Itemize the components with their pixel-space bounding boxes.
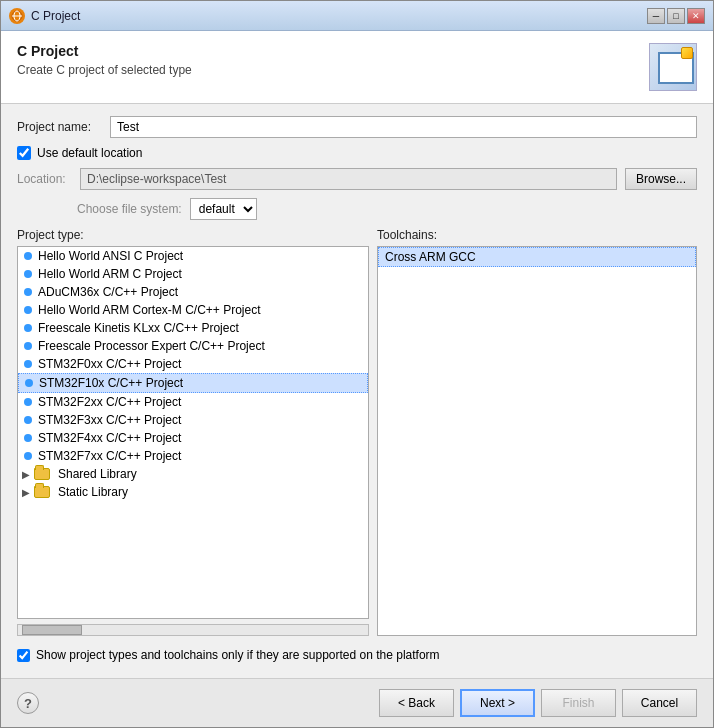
list-item[interactable]: STM32F3xx C/C++ Project	[18, 411, 368, 429]
item-dot	[24, 342, 32, 350]
list-item[interactable]: Freescale Kinetis KLxx C/C++ Project	[18, 319, 368, 337]
filesystem-row: Choose file system: default	[17, 198, 697, 220]
list-item[interactable]: Hello World ARM Cortex-M C/C++ Project	[18, 301, 368, 319]
list-item[interactable]: Hello World ANSI C Project	[18, 247, 368, 265]
lists-section: Project type: Hello World ANSI C Project…	[17, 228, 697, 636]
titlebar-title: C Project	[31, 9, 80, 23]
finish-button[interactable]: Finish	[541, 689, 616, 717]
next-button[interactable]: Next >	[460, 689, 535, 717]
list-item[interactable]: STM32F7xx C/C++ Project	[18, 447, 368, 465]
titlebar-left: C Project	[9, 8, 80, 24]
bottom-left: ?	[17, 692, 39, 714]
help-button[interactable]: ?	[17, 692, 39, 714]
item-label: Hello World ARM C Project	[38, 267, 182, 281]
project-name-label: Project name:	[17, 120, 102, 134]
item-label: STM32F2xx C/C++ Project	[38, 395, 181, 409]
item-dot	[24, 324, 32, 332]
item-dot	[24, 270, 32, 278]
browse-button[interactable]: Browse...	[625, 168, 697, 190]
header-text: C Project Create C project of selected t…	[17, 43, 192, 77]
item-label: STM32F10x C/C++ Project	[39, 376, 183, 390]
item-dot	[24, 434, 32, 442]
item-label: Freescale Kinetis KLxx C/C++ Project	[38, 321, 239, 335]
item-dot	[25, 379, 33, 387]
item-dot	[24, 252, 32, 260]
dialog-title: C Project	[17, 43, 192, 59]
item-label: Static Library	[58, 485, 128, 499]
item-label: STM32F7xx C/C++ Project	[38, 449, 181, 463]
project-name-input[interactable]	[110, 116, 697, 138]
folder-icon	[34, 468, 50, 480]
default-location-checkbox[interactable]	[17, 146, 31, 160]
maximize-button[interactable]: □	[667, 8, 685, 24]
project-name-row: Project name:	[17, 116, 697, 138]
location-label: Location:	[17, 172, 72, 186]
item-dot	[24, 288, 32, 296]
tree-item-static-library[interactable]: ▶ Static Library	[18, 483, 368, 501]
list-item-selected[interactable]: STM32F10x C/C++ Project	[18, 373, 368, 393]
default-location-row: Use default location	[17, 146, 697, 160]
item-label: Freescale Processor Expert C/C++ Project	[38, 339, 265, 353]
item-dot	[24, 360, 32, 368]
tree-item-shared-library[interactable]: ▶ Shared Library	[18, 465, 368, 483]
item-dot	[24, 398, 32, 406]
item-dot	[24, 416, 32, 424]
back-button[interactable]: < Back	[379, 689, 454, 717]
content-area: Project name: Use default location Locat…	[1, 104, 713, 678]
titlebar: C Project ─ □ ✕	[1, 1, 713, 31]
item-dot	[24, 306, 32, 314]
platform-checkbox-row: Show project types and toolchains only i…	[17, 644, 697, 666]
item-label: STM32F0xx C/C++ Project	[38, 357, 181, 371]
horizontal-scrollbar[interactable]	[17, 624, 369, 636]
header-section: C Project Create C project of selected t…	[1, 31, 713, 104]
cancel-button[interactable]: Cancel	[622, 689, 697, 717]
location-input[interactable]	[80, 168, 617, 190]
project-type-label: Project type:	[17, 228, 369, 242]
platform-checkbox[interactable]	[17, 649, 30, 662]
filesystem-select[interactable]: default	[190, 198, 257, 220]
toolchain-label: Cross ARM GCC	[385, 250, 476, 264]
tree-expand-icon: ▶	[22, 487, 30, 498]
dialog-subtitle: Create C project of selected type	[17, 63, 192, 77]
bottom-buttons: < Back Next > Finish Cancel	[379, 689, 697, 717]
toolchains-list[interactable]: Cross ARM GCC	[377, 246, 697, 636]
toolchain-item-selected[interactable]: Cross ARM GCC	[378, 247, 696, 267]
titlebar-controls: ─ □ ✕	[647, 8, 705, 24]
item-label: ADuCM36x C/C++ Project	[38, 285, 178, 299]
scrollbar-thumb[interactable]	[22, 625, 82, 635]
eclipse-icon	[9, 8, 25, 24]
dialog-window: C Project ─ □ ✕ C Project Create C proje…	[0, 0, 714, 728]
list-item[interactable]: Freescale Processor Expert C/C++ Project	[18, 337, 368, 355]
platform-checkbox-label: Show project types and toolchains only i…	[36, 648, 440, 662]
list-item[interactable]: Hello World ARM C Project	[18, 265, 368, 283]
list-item[interactable]: STM32F4xx C/C++ Project	[18, 429, 368, 447]
project-type-panel: Project type: Hello World ANSI C Project…	[17, 228, 369, 636]
item-label: Shared Library	[58, 467, 137, 481]
location-row: Location: Browse...	[17, 168, 697, 190]
tree-expand-icon: ▶	[22, 469, 30, 480]
project-type-list[interactable]: Hello World ANSI C Project Hello World A…	[17, 246, 369, 619]
item-label: STM32F4xx C/C++ Project	[38, 431, 181, 445]
list-item[interactable]: ADuCM36x C/C++ Project	[18, 283, 368, 301]
toolchains-panel: Toolchains: Cross ARM GCC	[377, 228, 697, 636]
minimize-button[interactable]: ─	[647, 8, 665, 24]
folder-icon	[34, 486, 50, 498]
dialog-icon	[649, 43, 697, 91]
item-label: Hello World ANSI C Project	[38, 249, 183, 263]
item-dot	[24, 452, 32, 460]
filesystem-label: Choose file system:	[77, 202, 182, 216]
bottom-bar: ? < Back Next > Finish Cancel	[1, 678, 713, 727]
item-label: STM32F3xx C/C++ Project	[38, 413, 181, 427]
list-item[interactable]: STM32F0xx C/C++ Project	[18, 355, 368, 373]
item-label: Hello World ARM Cortex-M C/C++ Project	[38, 303, 261, 317]
list-item[interactable]: STM32F2xx C/C++ Project	[18, 393, 368, 411]
default-location-label: Use default location	[37, 146, 142, 160]
close-button[interactable]: ✕	[687, 8, 705, 24]
toolchains-label: Toolchains:	[377, 228, 697, 242]
